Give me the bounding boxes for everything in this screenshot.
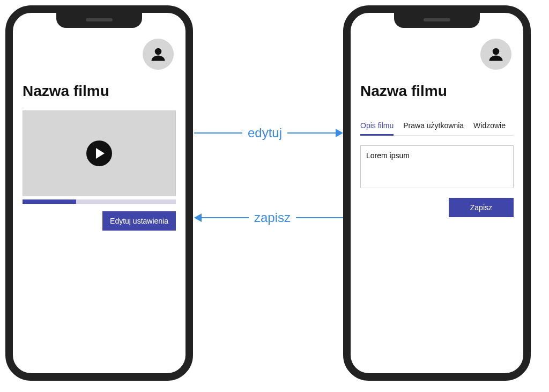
phone-mockup-right: Nazwa filmu Opis filmu Prawa użytkownia … (343, 5, 531, 381)
screen-left: Nazwa filmu Edytuj ustawienia (13, 13, 186, 373)
avatar[interactable] (143, 39, 174, 70)
movie-title: Nazwa filmu (23, 83, 176, 100)
arrow-line (287, 132, 336, 134)
arrow-line (194, 132, 242, 134)
arrow-line (202, 217, 249, 218)
arrow-head-right-icon (336, 129, 343, 137)
progress-bar[interactable] (23, 199, 176, 204)
user-icon (488, 46, 504, 62)
movie-title: Nazwa filmu (360, 83, 514, 100)
progress-fill (23, 199, 76, 204)
video-thumbnail[interactable] (23, 110, 176, 196)
avatar[interactable] (480, 39, 511, 70)
arrow-line (296, 217, 343, 218)
flow-arrow-edit: edytuj (194, 125, 343, 140)
arrow-label-edit: edytuj (242, 125, 287, 140)
description-textarea[interactable]: Lorem ipsum (360, 145, 514, 188)
tab-description[interactable]: Opis filmu (360, 121, 394, 136)
arrow-label-save: zapisz (249, 210, 296, 225)
svg-point-1 (493, 48, 500, 55)
edit-settings-button[interactable]: Edytuj ustawienia (102, 211, 176, 231)
arrow-head-left-icon (194, 213, 202, 222)
tabs: Opis filmu Prawa użytkownia Widzowie (360, 121, 514, 136)
play-button[interactable] (86, 140, 112, 166)
phone-mockup-left: Nazwa filmu Edytuj ustawienia (5, 5, 193, 381)
tab-viewers[interactable]: Widzowie (473, 121, 506, 135)
save-button[interactable]: Zapisz (449, 198, 514, 217)
screen-right: Nazwa filmu Opis filmu Prawa użytkownia … (351, 13, 523, 373)
flow-arrow-save: zapisz (194, 210, 343, 225)
play-icon (96, 148, 105, 159)
tab-rights[interactable]: Prawa użytkownia (403, 121, 464, 135)
svg-point-0 (155, 48, 162, 55)
user-icon (150, 46, 166, 62)
